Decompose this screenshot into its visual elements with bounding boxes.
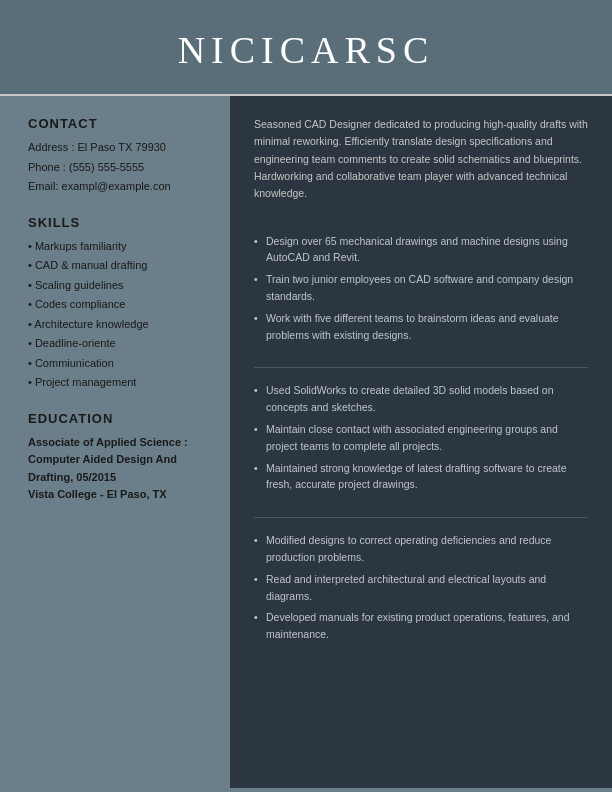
education-block: Associate of Applied Science : Computer … xyxy=(28,434,214,504)
degree: Associate of Applied Science : Computer … xyxy=(28,436,188,483)
skill-item: Project management xyxy=(28,374,214,391)
resume-header: NICICARSC xyxy=(0,0,612,96)
bullet-item: Used SolidWorks to create detailed 3D so… xyxy=(254,382,588,416)
school: Vista College - El Paso, TX xyxy=(28,488,167,500)
summary: Seasoned CAD Designer dedicated to produ… xyxy=(254,116,588,203)
job-section-2: Used SolidWorks to create detailed 3D so… xyxy=(254,382,588,493)
contact-section: Address : El Paso TX 79930 Phone : (555)… xyxy=(28,139,214,195)
sidebar: CONTACT Address : El Paso TX 79930 Phone… xyxy=(0,96,230,788)
job-section-1: Design over 65 mechanical drawings and m… xyxy=(254,233,588,344)
job-bullets-3: Modified designs to correct operating de… xyxy=(254,532,588,643)
skills-list: Markups familiarityCAD & manual drafting… xyxy=(28,238,214,391)
bullet-item: Maintained strong knowledge of latest dr… xyxy=(254,460,588,494)
bullet-item: Maintain close contact with associated e… xyxy=(254,421,588,455)
skill-item: Markups familiarity xyxy=(28,238,214,255)
divider-2 xyxy=(254,517,588,518)
bullet-item: Developed manuals for existing product o… xyxy=(254,609,588,643)
job-section-3: Modified designs to correct operating de… xyxy=(254,532,588,643)
skills-title: SKILLS xyxy=(28,215,214,230)
bullet-item: Modified designs to correct operating de… xyxy=(254,532,588,566)
bullet-item: Design over 65 mechanical drawings and m… xyxy=(254,233,588,267)
bullet-item: Train two junior employees on CAD softwa… xyxy=(254,271,588,305)
skill-item: Deadline-oriente xyxy=(28,335,214,352)
job-bullets-2: Used SolidWorks to create detailed 3D so… xyxy=(254,382,588,493)
main-layout: CONTACT Address : El Paso TX 79930 Phone… xyxy=(0,96,612,788)
candidate-name: NICICARSC xyxy=(20,28,592,72)
divider-1 xyxy=(254,367,588,368)
education-title: EDUCATION xyxy=(28,411,214,426)
skill-item: Commiunication xyxy=(28,355,214,372)
address: Address : El Paso TX 79930 xyxy=(28,139,214,156)
right-panel: Seasoned CAD Designer dedicated to produ… xyxy=(230,96,612,788)
bullet-item: Read and interpreted architectural and e… xyxy=(254,571,588,605)
contact-title: CONTACT xyxy=(28,116,214,131)
phone: Phone : (555) 555-5555 xyxy=(28,159,214,176)
skill-item: CAD & manual drafting xyxy=(28,257,214,274)
bullet-item: Work with five different teams to brains… xyxy=(254,310,588,344)
skill-item: Scaling guidelines xyxy=(28,277,214,294)
email: Email: exampl@example.con xyxy=(28,178,214,195)
job-bullets-1: Design over 65 mechanical drawings and m… xyxy=(254,233,588,344)
skill-item: Codes compliance xyxy=(28,296,214,313)
skill-item: Architecture knowledge xyxy=(28,316,214,333)
